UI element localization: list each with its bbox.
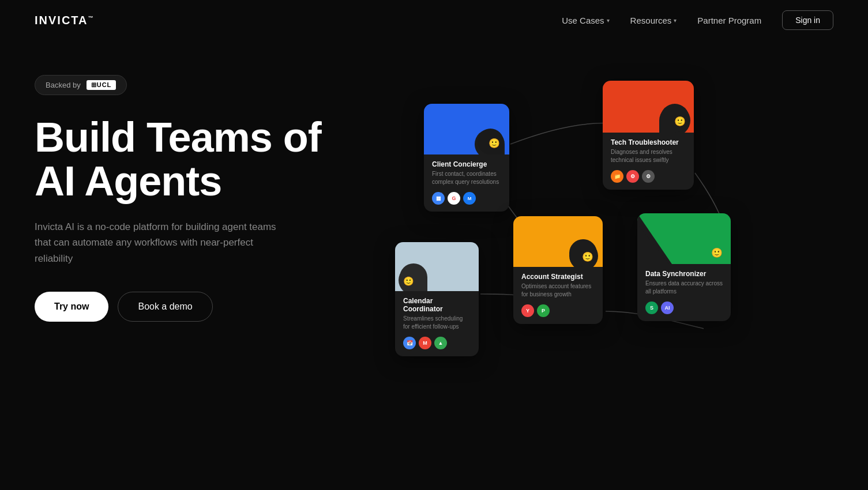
chevron-down-icon: ▾: [674, 17, 677, 24]
mail-icon: M: [419, 337, 431, 349]
nav-partner-program[interactable]: Partner Program: [697, 16, 761, 25]
agent-card-icons: 📅 M ▲: [403, 337, 471, 349]
ai-icon: AI: [661, 301, 674, 314]
hero-subtitle: Invicta AI is a no-code platform for bui…: [35, 219, 277, 266]
nav-links: Use Cases ▾ Resources ▾ Partner Program …: [562, 10, 833, 30]
agent-card-client-concierge: 🙂 Client Concierge First contact, coordi…: [424, 104, 509, 212]
agent-card-desc: Diagnoses and resolves technical issues …: [611, 148, 686, 164]
sheets-icon: S: [645, 301, 658, 314]
logo: INVICTA™: [35, 14, 93, 27]
hero-buttons: Try now Book a demo: [35, 292, 358, 322]
agent-card-icons: ▦ G M: [432, 192, 501, 205]
nav-use-cases[interactable]: Use Cases ▾: [562, 16, 609, 25]
agent-card-icons: 📁 ⚙ ⚙: [611, 170, 686, 183]
agent-card-icons: Y P: [521, 304, 595, 317]
agent-card-data-synchronizer: 🙂 Data Synchronizer Ensures data accurac…: [637, 213, 731, 321]
calendar-icon: 📅: [403, 337, 416, 349]
hero-section: Backed by ⊞UCL Build Teams of AI Agents …: [0, 40, 868, 322]
navigation: INVICTA™ Use Cases ▾ Resources ▾ Partner…: [0, 0, 868, 40]
google-icon: G: [448, 192, 460, 205]
drive-icon: ▲: [434, 337, 447, 349]
agent-card-title: Account Strategist: [521, 273, 595, 281]
agent-card-calendar-coordinator: 🙂 Calendar Coordinator Streamlines sched…: [395, 242, 479, 356]
yelp-icon: Y: [521, 304, 534, 317]
try-now-button[interactable]: Try now: [35, 292, 108, 322]
agent-card-desc: Ensures data accuracy across all platfor…: [645, 280, 723, 296]
agent-card-tech-troubleshooter: 🙂 Tech Troubleshooter Diagnoses and reso…: [603, 81, 694, 190]
agent-card-desc: Optimises account features for business …: [521, 282, 595, 299]
agent-card-title: Calendar Coordinator: [403, 297, 471, 313]
settings-icon: ⚙: [626, 170, 639, 183]
agent-card-title: Data Synchronizer: [645, 270, 723, 278]
hero-title: Build Teams of AI Agents: [35, 116, 358, 203]
agent-diagram: 🙂 Client Concierge First contact, coordi…: [378, 69, 868, 473]
gear-icon: ⚙: [642, 170, 655, 183]
hero-left: Backed by ⊞UCL Build Teams of AI Agents …: [35, 75, 358, 322]
nav-resources[interactable]: Resources ▾: [630, 16, 677, 25]
agent-card-account-strategist: 🙂 Account Strategist Optimises account f…: [513, 216, 603, 324]
agent-card-title: Client Concierge: [432, 160, 501, 168]
pipedrive-icon: P: [537, 304, 550, 317]
sign-in-button[interactable]: Sign in: [782, 10, 833, 30]
folder-icon: 📁: [611, 170, 623, 183]
agent-card-desc: Streamlines scheduling for efficient fol…: [403, 315, 471, 331]
agent-card-desc: First contact, coordinates complex query…: [432, 170, 501, 186]
bar-chart-icon: ▦: [432, 192, 445, 205]
meta-icon: M: [463, 192, 476, 205]
ucl-logo: ⊞UCL: [87, 80, 117, 90]
book-demo-button[interactable]: Book a demo: [118, 292, 212, 322]
agent-card-title: Tech Troubleshooter: [611, 138, 686, 146]
agent-card-icons: S AI: [645, 301, 723, 314]
backed-badge: Backed by ⊞UCL: [35, 75, 127, 95]
chevron-down-icon: ▾: [607, 17, 610, 24]
